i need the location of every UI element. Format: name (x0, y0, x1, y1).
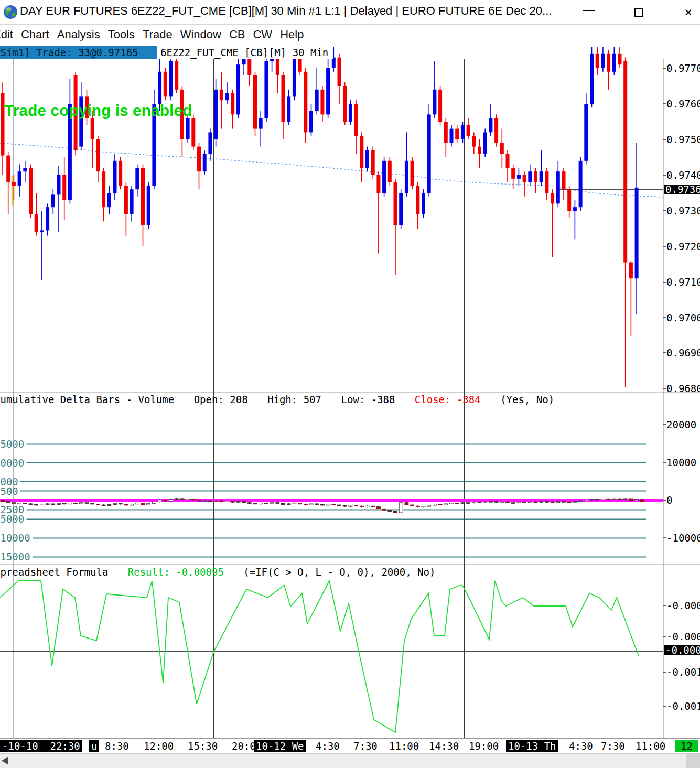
delta-close-value: Close: -384 (415, 395, 481, 405)
time-axis-label: u (89, 740, 99, 752)
time-axis-label: 12 (675, 740, 698, 752)
horizontal-scrollbar[interactable] (0, 753, 700, 768)
delta-grid-label: -10000 (0, 533, 30, 543)
menu-item-edit[interactable]: Edit (0, 28, 13, 41)
sim-trade-status[interactable]: [Sim1] Trade: 33@0.97165 (0, 46, 157, 59)
time-axis-label: 11:00 (636, 740, 665, 752)
menu-item-trade[interactable]: Trade (143, 28, 173, 41)
menu-bar: EditChartAnalysisToolsTradeWindowCBCWHel… (0, 25, 700, 46)
time-axis-label: 19:00 (469, 740, 499, 752)
time-axis-label: 12:00 (144, 740, 174, 752)
formula-axis-label: -0.000 (666, 601, 700, 611)
delta-high-value: High: 507 (267, 395, 321, 405)
app-globe-icon (3, 5, 18, 19)
delta-axis-label: 0 (666, 495, 672, 505)
delta-axis-label: 20000 (666, 420, 696, 430)
delta-axis-label: -10000 (666, 533, 700, 543)
price-axis-label: 0.9730 (666, 206, 700, 216)
price-axis-label: 0.9740 (666, 170, 700, 180)
price-axis-label: 0.9720 (666, 242, 700, 252)
delta-pane-header: Cumulative Delta Bars - Volume Open: 208… (0, 395, 568, 405)
formula-study-name: Spreadsheet Formula (0, 567, 108, 577)
time-axis-label: 15:30 (188, 740, 218, 752)
menu-item-cb[interactable]: CB (229, 28, 245, 41)
window-title: DAY EUR FUTURES 6EZ22_FUT_CME [CB][M] 30… (20, 4, 552, 18)
menu-item-help[interactable]: Help (280, 28, 304, 41)
delta-open-value: Open: 208 (194, 395, 248, 405)
delta-grid-label: -15000 (0, 552, 30, 562)
delta-low-value: Low: -388 (341, 395, 395, 405)
price-axis-label: 0.9690 (666, 348, 700, 358)
time-axis-label: 4:30 (316, 740, 340, 752)
scroll-left-icon[interactable] (2, 756, 8, 765)
formula-result-value: Result: -0.00095 (128, 567, 224, 577)
time-axis-label: 7:30 (601, 740, 625, 752)
minimize-button[interactable]: — (577, 2, 601, 17)
time-axis-label: 7:30 (353, 740, 378, 752)
delta-grid-label: -5000 (0, 514, 24, 524)
scrollbar-corner (686, 754, 700, 768)
time-axis-label: -10-10 22:30 (0, 740, 82, 752)
time-axis-label: 8:30 (105, 740, 129, 752)
formula-pane-header: Spreadsheet Formula Result: -0.00095 (=I… (0, 567, 449, 577)
trade-copying-banner: Trade copying is enabled (4, 102, 192, 120)
close-button[interactable]: ✕ (676, 5, 700, 20)
formula-axis-label: -0.000 (666, 632, 700, 642)
price-axis-label: 0.9680 (666, 384, 700, 394)
formula-expression: (=IF(C > O, L - O, 0), 2000, No) (243, 567, 435, 577)
price-axis-label: 0.9770 (666, 63, 700, 73)
sim-trade-label: [Sim1] Trade: 33@0.97165 (0, 47, 138, 58)
delta-axis-label: 10000 (666, 458, 696, 468)
maximize-icon (634, 8, 643, 17)
chart-symbol-label: 6EZ22_FUT_CME [CB][M] 30 Min (159, 46, 333, 59)
price-axis-label: 0.9700 (666, 313, 700, 323)
price-axis-label: 0.9750 (666, 135, 700, 145)
formula-axis-label: -0.001 (666, 667, 700, 677)
time-axis-label: 10-13 Th (506, 740, 558, 752)
time-axis-label: 14:30 (429, 740, 459, 752)
last-price-badge: 0.9736 (664, 185, 700, 194)
delta-grid-label: 15000 (0, 439, 24, 449)
price-axis-label: 0.9710 (666, 277, 700, 287)
price-axis-label: 0.9760 (666, 99, 700, 109)
menu-item-window[interactable]: Window (180, 28, 221, 41)
delta-flags: (Yes, No) (500, 395, 554, 405)
formula-last-value-badge: -0.000 (664, 645, 700, 655)
time-axis-label: 4:30 (569, 740, 593, 752)
maximize-button[interactable] (627, 5, 651, 20)
delta-grid-label: 2500 (0, 486, 18, 496)
menu-item-chart[interactable]: Chart (21, 28, 49, 41)
time-axis-label: 11:00 (389, 740, 419, 752)
application-window: DAY EUR FUTURES 6EZ22_FUT_CME [CB][M] 30… (0, 0, 700, 768)
menu-item-analysis[interactable]: Analysis (57, 28, 100, 41)
delta-grid-label: 10000 (0, 458, 24, 468)
formula-axis-label: -0.001 (666, 701, 700, 711)
delta-study-name: Cumulative Delta Bars - Volume (0, 395, 174, 405)
menu-item-cw[interactable]: CW (253, 28, 272, 41)
time-axis-label: 10-12 We (254, 740, 306, 752)
menu-item-tools[interactable]: Tools (108, 28, 135, 41)
time-axis: -10-10 22:30u8:3012:0015:3020:0010-12 We… (0, 739, 700, 753)
